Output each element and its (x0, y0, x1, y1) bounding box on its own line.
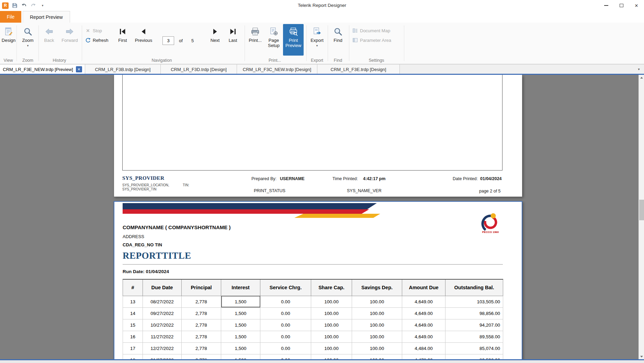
amortization-table: # Due Date Principal Interest Service Ch… (123, 279, 503, 359)
table-row: 1712/27/20222,7781,5000.00100.00100.004,… (123, 342, 503, 354)
group-label-zoom: Zoom (22, 58, 33, 63)
table-row: 1611/27/20222,7781,5000.00100.00100.004,… (123, 331, 503, 342)
stop-button-label: Stop (93, 28, 102, 33)
doc-tab-crm-lr-f3b[interactable]: CRM_LR_F3B.trdp [Design] (85, 65, 161, 74)
back-icon (44, 26, 55, 37)
last-page-icon (227, 26, 238, 37)
forward-button[interactable]: Forward (60, 24, 79, 56)
logo-text: PECCO 1960 (482, 231, 499, 234)
export-button-label: Export (310, 38, 324, 43)
find-icon (332, 26, 343, 37)
undo-icon[interactable] (21, 2, 27, 9)
doc-tab-crm-lr-f3e-new-preview[interactable]: CRM_LR_F3E_NEW.trdp [Preview] ✕ (0, 65, 85, 74)
col-header: # (123, 279, 143, 296)
titlebar: R ▾ Telerik Report Designer ✕ (0, 0, 644, 11)
design-icon (3, 26, 14, 37)
date-printed-label: Date Printed: (453, 176, 478, 181)
next-page-button[interactable]: Next (207, 24, 223, 56)
zoom-button[interactable]: Zoom ▾ (18, 24, 37, 56)
refresh-button-label: Refresh (93, 38, 109, 43)
page-total-label: 5 (191, 38, 194, 43)
cda-reg-no: CDA_REG_NO TIN (123, 242, 162, 247)
print-button[interactable]: Print... (246, 24, 265, 56)
app-icon[interactable]: R (2, 2, 9, 9)
col-header: Outstanding Bal. (445, 279, 503, 296)
close-tab-icon[interactable]: ✕ (76, 66, 82, 72)
col-header: Principal (182, 279, 221, 296)
stripe-navy (123, 203, 377, 209)
group-label-settings: Settings (369, 58, 384, 63)
group-label-view: View (4, 58, 13, 63)
provider-tin: SYS_PROVIDER_TIN (122, 187, 156, 191)
maximize-button[interactable] (614, 0, 629, 11)
minimize-button[interactable] (599, 0, 614, 11)
company-name: COMPANYNAME ( COMPANYSHORTNAME ) (123, 224, 230, 230)
previous-page-button[interactable]: Previous (133, 24, 154, 56)
table-row: 1308/27/20222,7781,5000.00100.00100.004,… (123, 296, 503, 307)
sys-name-ver: SYS_NAME_VER (347, 188, 382, 193)
doc-tab-label: CRM_LR_F3E_NEW.trdp [Preview] (3, 67, 73, 72)
doc-tab-crm-lr-f3c-new[interactable]: CRM_LR_F3C_NEW.trdp [Design] (237, 65, 317, 74)
print-preview-icon (288, 26, 299, 37)
print-icon (250, 26, 261, 37)
run-date: Run Date: 01/04/2024 (123, 269, 169, 274)
export-button[interactable]: Export ▾ (308, 24, 326, 56)
quick-access-dropdown-icon[interactable]: ▾ (39, 2, 46, 9)
print-button-label: Print... (249, 38, 262, 43)
doc-tab-label: CRM_LR_F3C_NEW.trdp [Design] (243, 67, 311, 72)
col-header: Share Cap. (311, 279, 352, 296)
first-page-button[interactable]: First (115, 24, 130, 56)
file-tab[interactable]: File (0, 11, 21, 23)
report-title: REPORTTITLE (123, 250, 191, 261)
save-icon[interactable] (12, 2, 18, 9)
window-controls: ✕ (599, 0, 644, 11)
prepared-by-value: USERNAME (280, 176, 305, 181)
refresh-button[interactable]: Refresh (85, 36, 109, 44)
scroll-up-icon[interactable] (639, 75, 644, 80)
scrollbar-thumb[interactable] (639, 200, 644, 220)
close-button[interactable]: ✕ (629, 0, 644, 11)
tab-report-preview[interactable]: Report Preview (23, 11, 70, 23)
group-divider (404, 25, 404, 61)
date-printed-value: 01/04/2024 (480, 176, 502, 181)
tab-list-dropdown-icon[interactable]: ▾ (634, 65, 644, 74)
doc-tab-crm-lr-f3e[interactable]: CRM_LR_F3E.trdp [Design] (317, 65, 400, 74)
stop-button[interactable]: ✕ Stop (85, 27, 102, 34)
previous-page-icon (138, 26, 149, 37)
zoom-dropdown-icon: ▾ (27, 44, 29, 47)
design-button[interactable]: Design (1, 24, 16, 56)
last-page-button[interactable]: Last (225, 24, 240, 56)
find-button[interactable]: Find (330, 24, 346, 56)
doc-tab-label: CRM_LR_F3E.trdp [Design] (331, 67, 386, 72)
maximize-icon (620, 4, 623, 7)
next-page-icon (210, 26, 221, 37)
print-preview-button[interactable]: Print Preview (283, 24, 304, 56)
find-button-label: Find (334, 38, 342, 43)
ribbon: Design Zoom ▾ Back Forward ✕ Stop Refres… (0, 23, 644, 64)
first-page-icon (117, 26, 128, 37)
scroll-down-icon[interactable] (639, 354, 644, 359)
time-printed-label: Time Printed: (332, 176, 358, 181)
vertical-scrollbar[interactable] (639, 75, 644, 359)
table-row: 1409/27/20222,7781,5000.00100.00100.004,… (123, 307, 503, 319)
table-row: 1801/27/20232,7781,5000.00100.00100.004,… (123, 354, 503, 359)
table-header-row: # Due Date Principal Interest Service Ch… (123, 279, 503, 296)
doc-tab-crm-lr-f3d[interactable]: CRM_LR_F3D.trdp [Design] (161, 65, 237, 74)
refresh-icon (85, 37, 91, 43)
parameter-area-button[interactable]: Parameter Area (352, 36, 391, 44)
document-map-icon (352, 28, 358, 33)
col-header: Due Date (143, 279, 182, 296)
group-label-find: Find (334, 58, 342, 63)
back-button[interactable]: Back (42, 24, 57, 56)
document-map-button[interactable]: Document Map (352, 27, 390, 34)
page-number-input[interactable] (162, 36, 174, 45)
page-setup-button[interactable]: Page Setup (265, 24, 283, 56)
redo-icon[interactable] (30, 2, 36, 9)
company-address: ADDRESS (123, 234, 144, 239)
group-divider (16, 25, 17, 61)
app-icon-glyph: R (4, 3, 7, 8)
group-label-navigation: Navigation (151, 58, 172, 63)
col-header: Interest (221, 279, 260, 296)
page-footer-label: page 2 of 5 (479, 189, 501, 194)
preview-canvas: SYS_PROVIDER SYS_PROVIDER_LOCATION, SYS_… (0, 75, 644, 359)
